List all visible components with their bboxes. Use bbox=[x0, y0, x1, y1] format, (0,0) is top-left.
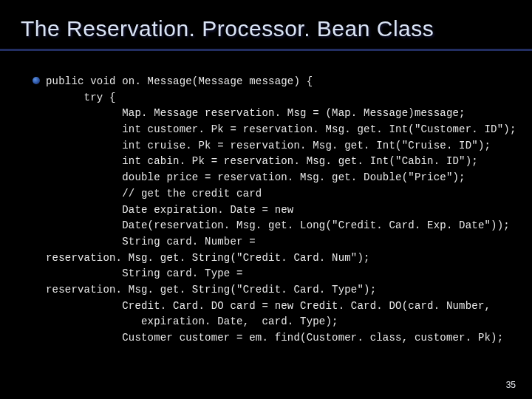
bullet-icon bbox=[33, 77, 40, 84]
slide: The Reservation. Processor. Bean Class p… bbox=[0, 0, 532, 399]
code-block: public void on. Message(Message message)… bbox=[46, 74, 510, 347]
page-number: 35 bbox=[506, 380, 516, 390]
page-title: The Reservation. Processor. Bean Class bbox=[0, 0, 532, 41]
divider bbox=[0, 49, 532, 51]
